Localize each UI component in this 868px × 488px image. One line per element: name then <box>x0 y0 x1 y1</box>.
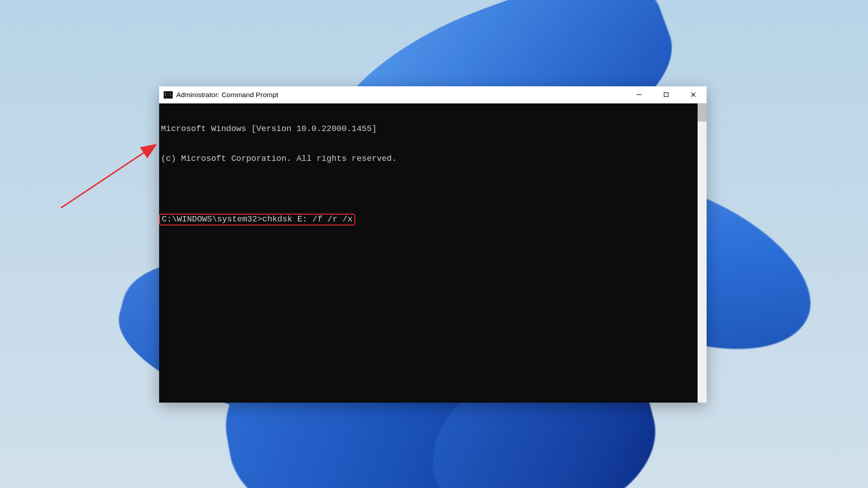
window-controls <box>625 86 707 103</box>
svg-rect-1 <box>664 93 668 97</box>
maximize-button[interactable] <box>652 86 679 103</box>
terminal-output[interactable]: Microsoft Windows [Version 10.0.22000.14… <box>159 103 707 403</box>
maximize-icon <box>663 92 669 98</box>
terminal-line-version: Microsoft Windows [Version 10.0.22000.14… <box>161 124 705 134</box>
titlebar[interactable]: C:\ Administrator: Command Prompt <box>159 86 707 103</box>
scrollbar[interactable] <box>698 103 707 403</box>
terminal-line-copyright: (c) Microsoft Corporation. All rights re… <box>161 154 705 164</box>
minimize-icon <box>636 92 642 98</box>
terminal-blank-line <box>161 184 705 194</box>
scrollbar-thumb[interactable] <box>698 103 707 122</box>
close-icon <box>690 92 696 98</box>
close-button[interactable] <box>679 86 707 103</box>
terminal-command-line: C:\WINDOWS\system32>chkdsk E: /f /r /x <box>161 214 705 225</box>
cmd-icon: C:\ <box>164 91 173 99</box>
highlighted-command: C:\WINDOWS\system32>chkdsk E: /f /r /x <box>159 214 355 225</box>
window-title: Administrator: Command Prompt <box>176 91 625 99</box>
minimize-button[interactable] <box>625 86 652 103</box>
command-prompt-window: C:\ Administrator: Command Prompt Micros… <box>159 86 707 403</box>
